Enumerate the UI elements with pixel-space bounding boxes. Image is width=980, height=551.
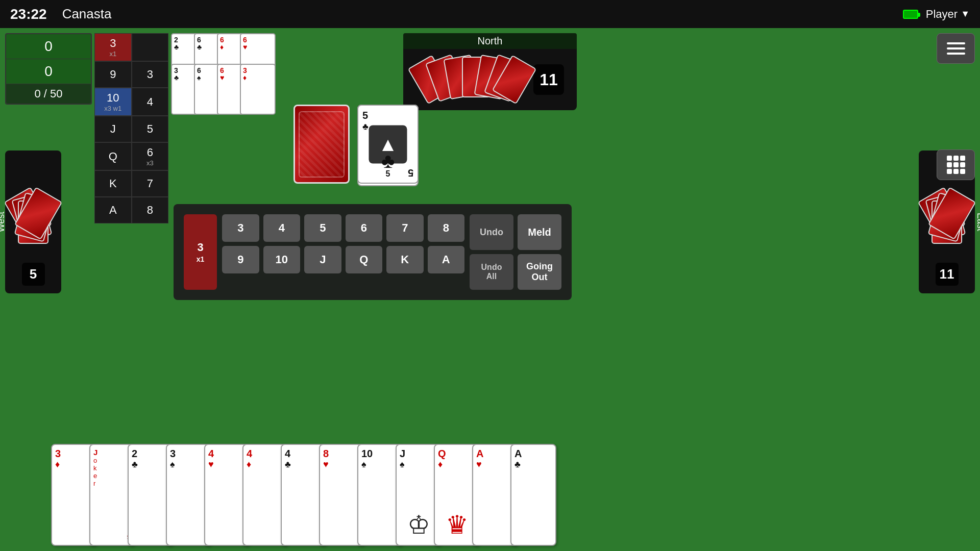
east-card-count: 11 [936, 263, 959, 286]
action-panel: 3 x1 3 4 5 6 7 8 9 10 J Q K A [174, 204, 572, 300]
btn-K[interactable]: K [386, 246, 424, 273]
grid-menu-button[interactable] [937, 149, 975, 180]
north-card-fan [416, 57, 528, 103]
meld-button[interactable]: Meld [518, 214, 561, 250]
table-card-3r[interactable]: 3 ♦ [240, 64, 276, 115]
ct-row-6: K 7 [94, 170, 168, 197]
draw-pile[interactable] [293, 105, 350, 184]
score-row-2: 0 [6, 59, 91, 84]
east-label: East [974, 213, 980, 231]
ct-row-4: J 5 [94, 116, 168, 142]
ct-cell-4[interactable]: 4 [132, 88, 169, 116]
undo-button[interactable]: Undo [470, 214, 513, 250]
ct-cell-A[interactable]: A [94, 197, 132, 223]
ct-cell-K[interactable]: K [94, 170, 132, 197]
dealt-cards-area: 2 ♣ 6 ♣ 6 ♦ 6 ♥ 3 ♣ 6 ♠ 6 ♥ 3 [171, 33, 276, 115]
btn-Q[interactable]: Q [346, 246, 383, 273]
ct-cell-9[interactable]: 9 [94, 61, 132, 88]
hamburger-icon [947, 42, 965, 55]
btn-10[interactable]: 10 [263, 246, 301, 273]
ct-cell-3[interactable]: 3 x1 [94, 33, 132, 61]
west-card-count: 5 [22, 263, 45, 286]
number-buttons-area: 3 4 5 6 7 8 9 10 J Q K A [222, 214, 464, 290]
ct-cell-5[interactable]: 5 [132, 116, 169, 142]
right-menu [937, 33, 975, 180]
north-card-count: 11 [533, 64, 564, 95]
btn-J[interactable]: J [304, 246, 341, 273]
west-area: 5 West [5, 151, 61, 293]
progress-display: 0 / 50 [6, 84, 91, 104]
battery-icon [903, 10, 918, 19]
ct-row-7: A 8 [94, 197, 168, 223]
btn-9[interactable]: 9 [222, 246, 259, 273]
btn-7[interactable]: 7 [386, 214, 424, 242]
ct-row-2: 9 3 [94, 61, 168, 88]
dealt-cards-row2: 3 ♣ 6 ♠ 6 ♥ 3 ♦ [171, 64, 276, 115]
ct-row-5: Q 6 x3 [94, 142, 168, 170]
ct-cell-6[interactable]: 6 x3 [132, 142, 169, 170]
ct-cell-J[interactable]: J [94, 116, 132, 142]
north-area: North 11 [403, 33, 577, 110]
north-cards-container: 11 [403, 49, 577, 110]
ct-cell-3r[interactable]: 3 [132, 61, 169, 88]
west-label: West [0, 212, 7, 233]
going-out-button[interactable]: Going Out [518, 254, 561, 290]
selected-card-area: 3 x1 [184, 214, 217, 290]
hamburger-menu-button[interactable] [937, 33, 975, 64]
btn-A[interactable]: A [428, 246, 465, 273]
hand-card-Ac[interactable]: A ♣ [510, 444, 556, 546]
ct-row-1: 3 x1 [94, 33, 168, 61]
score-row-1: 0 [6, 34, 91, 59]
discard-card-display[interactable]: 5 ♣ ▲ 5 ♣ 5 [357, 105, 419, 184]
ct-cell-right-1 [132, 33, 169, 61]
west-cards: 5 [5, 151, 61, 293]
player-button[interactable]: Player ▼ [926, 8, 970, 21]
ct-cell-8[interactable]: 8 [132, 197, 169, 223]
chevron-down-icon: ▼ [961, 9, 970, 19]
btn-4[interactable]: 4 [263, 214, 301, 242]
number-row-2: 9 10 J Q K A [222, 246, 464, 273]
btn-8[interactable]: 8 [428, 214, 465, 242]
selected-3-button[interactable]: 3 x1 [184, 214, 217, 290]
undo-all-button[interactable]: Undo All [470, 254, 513, 290]
ct-cell-Q[interactable]: Q [94, 142, 132, 170]
top-bar: 23:22 Canasta Player ▼ [0, 0, 980, 28]
time-display: 23:22 [10, 6, 47, 22]
score-panel: 0 0 0 / 50 [5, 33, 92, 105]
grid-icon [947, 156, 965, 174]
ct-cell-10[interactable]: 10 x3 w1 [94, 88, 132, 116]
btn-5[interactable]: 5 [304, 214, 341, 242]
card-value-table: 3 x1 9 3 10 x3 w1 4 J 5 Q 6 x3 K 7 A 8 [94, 33, 168, 223]
player-hand: 3 ♦ J o k e r 8 2 ♣ 3 ♠ 4 ♥ 4 ♦ 4 ♣ 8 ♥ … [51, 434, 929, 551]
north-label: North [403, 33, 577, 49]
btn-6[interactable]: 6 [346, 214, 383, 242]
btn-3[interactable]: 3 [222, 214, 259, 242]
right-actions: Undo Meld Undo All Going Out [470, 214, 561, 290]
number-row-1: 3 4 5 6 7 8 [222, 214, 464, 242]
ct-row-3: 10 x3 w1 4 [94, 88, 168, 116]
action-rows: 3 x1 3 4 5 6 7 8 9 10 J Q K A [184, 214, 561, 290]
app-title: Canasta [62, 6, 112, 22]
ct-cell-7[interactable]: 7 [132, 170, 169, 197]
